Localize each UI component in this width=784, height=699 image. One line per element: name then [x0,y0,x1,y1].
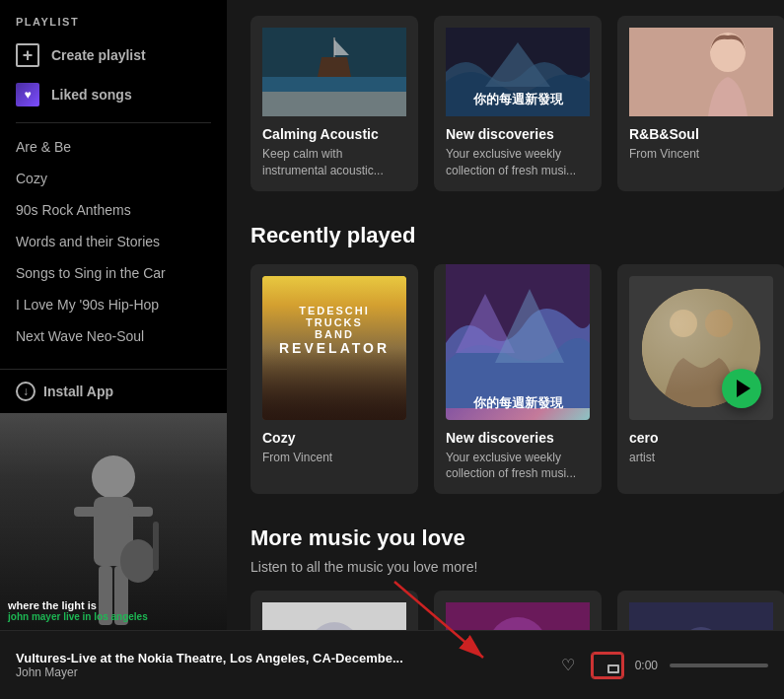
progress-bar[interactable] [670,664,768,667]
new-discoveries-top-desc: Your exclusive weekly collection of fres… [446,146,590,179]
more-card-3-image [629,602,773,630]
cero-image [629,276,773,420]
calming-acoustic-title: Calming Acoustic [262,126,406,142]
create-playlist-item[interactable]: + Create playlist [8,35,219,75]
sidebar-item-songs-car[interactable]: Songs to Sing in the Car [8,257,219,289]
new-discoveries-large-image: 你的每週新發現 [446,276,590,420]
svg-rect-16 [629,28,773,116]
bottom-bar: Vultures-Live at the Nokia Theatre, Los … [0,630,784,699]
chinese-label-large: 你的每週新發現 [473,394,563,412]
recently-played-section: Recently played TEDESCHITRUCKSBANDREVELA… [250,223,760,495]
new-discoveries-top-image: 你的每週新發現 [446,28,590,116]
more-card-1-image [262,602,406,630]
recently-played-title: Recently played [250,223,760,248]
sidebar-now-playing-title: where the light is john mayer live in lo… [8,599,148,622]
more-card-2-image [446,602,590,630]
svg-rect-7 [153,522,159,571]
more-card-1[interactable] [250,591,418,630]
cozy-card[interactable]: TEDESCHITRUCKSBANDREVELATOR Cozy From Vi… [250,264,418,495]
calming-acoustic-card[interactable]: Calming Acoustic Keep calm with instrume… [250,16,418,191]
sidebar-actions: + Create playlist ♥ Liked songs [0,35,227,114]
svg-rect-30 [629,602,773,630]
recently-played-cards: TEDESCHITRUCKSBANDREVELATOR Cozy From Vi… [250,264,760,495]
new-discoveries-top-title: New discoveries [446,126,590,142]
liked-songs-item[interactable]: ♥ Liked songs [8,75,219,114]
pip-button[interactable] [592,653,623,678]
cozy-title: Cozy [262,430,406,446]
svg-point-6 [120,539,156,583]
liked-songs-icon: ♥ [16,83,39,106]
rnb-desc: From Vincent [629,146,773,163]
svg-rect-2 [74,507,99,517]
sidebar-divider [16,122,211,123]
chinese-label-top: 你的每週新發現 [473,91,563,108]
wave-image-large [446,264,590,408]
cero-desc: artist [629,450,773,466]
sidebar-item-neo-soul[interactable]: Next Wave Neo-Soul [8,320,219,352]
create-playlist-label: Create playlist [51,47,146,63]
cozy-band-text: TEDESCHITRUCKSBANDREVELATOR [279,305,390,356]
play-icon [737,380,750,397]
cero-title: cero [629,430,773,446]
rnb-image [629,28,773,116]
now-playing-info: Vultures-Live at the Nokia Theatre, Los … [16,651,544,679]
svg-rect-3 [128,507,153,517]
liked-songs-label: Liked songs [51,87,132,103]
new-discoveries-card-top[interactable]: 你的每週新發現 New discoveries Your exclusive w… [434,16,602,191]
heart-button[interactable]: ♡ [556,654,580,677]
install-app-icon: ↓ [16,382,36,401]
cozy-desc: From Vincent [262,450,406,466]
more-card-3[interactable] [617,591,784,630]
sidebar-item-cozy[interactable]: Cozy [8,163,219,194]
more3-image [629,602,773,630]
calming-acoustic-image [262,28,406,116]
time-display: 0:00 [635,659,658,672]
sidebar-item-hip-hop[interactable]: I Love My '90s Hip-Hop [8,289,219,320]
now-playing-artist: John Mayer [16,665,544,679]
sidebar-item-words[interactable]: Words and their Stories [8,226,219,257]
more2-image [446,602,590,630]
calming-acoustic-desc: Keep calm with instrumental acoustic... [262,146,406,179]
more1-image [262,602,406,630]
heart-icon: ♡ [561,656,575,674]
new-discoveries-large-card[interactable]: 你的每週新發現 New discoveries Your exclusive w… [434,264,602,495]
cero-play-button[interactable] [722,369,761,408]
create-playlist-icon: + [16,43,39,67]
main-content[interactable]: Calming Acoustic Keep calm with instrume… [227,0,784,630]
svg-rect-10 [262,92,406,116]
more-cards-row [250,591,760,630]
now-playing-track-title: Vultures-Live at the Nokia Theatre, Los … [16,651,544,665]
cozy-image: TEDESCHITRUCKSBANDREVELATOR [262,276,406,420]
new-discoveries-large-title: New discoveries [446,430,590,446]
person-image [629,28,773,116]
sidebar-bottom: ↓ Install App [0,369,227,413]
pip-inner-icon [607,664,619,673]
main-layout: PLAYLIST + Create playlist ♥ Liked songs… [0,0,784,630]
sidebar-item-are-be[interactable]: Are & Be [8,131,219,163]
sidebar: PLAYLIST + Create playlist ♥ Liked songs… [0,0,227,630]
boat-image [262,28,406,116]
svg-point-23 [705,310,733,337]
sidebar-playlist-list[interactable]: Are & Be Cozy 90s Rock Anthems Words and… [0,131,227,369]
svg-point-0 [92,455,135,499]
new-discoveries-large-desc: Your exclusive weekly collection of fres… [446,450,590,483]
more-music-section: More music you love Listen to all the mu… [250,525,760,630]
more-music-subtitle: Listen to all the music you love more! [250,559,760,575]
svg-point-22 [670,310,697,337]
more-music-title: More music you love [250,525,760,551]
install-app-button[interactable]: ↓ Install App [16,382,211,401]
cero-card[interactable]: cero artist [617,264,784,495]
more-card-2[interactable] [434,591,602,630]
top-cards-row: Calming Acoustic Keep calm with instrume… [250,16,760,191]
bottom-controls: ♡ 0:00 [556,653,768,678]
sidebar-now-playing: where the light is john mayer live in lo… [0,413,227,630]
sidebar-item-90s-rock[interactable]: 90s Rock Anthems [8,194,219,226]
install-app-label: Install App [43,384,113,399]
sidebar-section-label: PLAYLIST [0,0,227,35]
rnb-soul-card[interactable]: R&B&Soul From Vincent [617,16,784,191]
svg-marker-11 [318,57,351,77]
rnb-title: R&B&Soul [629,126,773,142]
